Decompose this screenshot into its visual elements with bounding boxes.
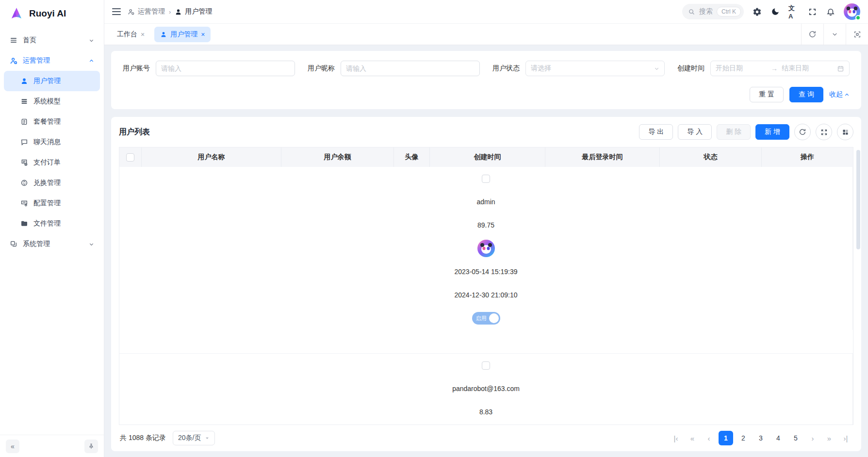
tab-tools	[801, 24, 868, 45]
sidebar-item-model[interactable]: 系统模型	[4, 91, 100, 112]
user-icon	[20, 77, 29, 85]
sidebar-item-label: 兑换管理	[33, 179, 94, 187]
tab-workbench[interactable]: 工作台 ×	[111, 27, 150, 42]
nickname-input[interactable]	[341, 61, 480, 76]
last-page-button[interactable]: ›|	[839, 431, 852, 445]
nickname-label: 用户昵称	[308, 64, 335, 73]
fullscreen-button[interactable]	[807, 6, 818, 17]
model-icon	[20, 98, 29, 106]
sidebar-item-label: 聊天消息	[33, 138, 94, 147]
sidebar-item-user[interactable]: 用户管理	[4, 71, 100, 91]
breadcrumb: 运营管理 › 用户管理	[128, 7, 212, 16]
row-checkbox[interactable]	[482, 175, 490, 183]
expand-table-button[interactable]	[816, 124, 832, 140]
sidebar-item-order[interactable]: 支付订单	[4, 152, 100, 173]
close-icon[interactable]: ×	[141, 31, 145, 38]
account-input[interactable]	[156, 61, 295, 76]
hamburger-menu-icon[interactable]	[112, 8, 121, 15]
sidebar-item-redeem[interactable]: 兑换管理	[4, 173, 100, 193]
page-number-5[interactable]: 5	[788, 431, 803, 445]
sidebar-item-package[interactable]: 套餐管理	[4, 112, 100, 132]
tab-user-management[interactable]: 用户管理 ×	[154, 27, 211, 42]
app-root: Ruoyi AI 首页 运营管理 用户管理	[0, 0, 868, 457]
dark-mode-button[interactable]	[770, 6, 781, 17]
sidebar-item-folder[interactable]: 文件管理	[4, 213, 100, 234]
content-fullscreen-button[interactable]	[846, 24, 868, 45]
sidebar-item-label: 文件管理	[33, 219, 94, 228]
sidebar-item-operations[interactable]: 运营管理	[4, 50, 100, 71]
user-name-cell: pandarobot@163.com	[119, 377, 853, 400]
select-all-checkbox[interactable]	[126, 153, 134, 162]
config-icon	[20, 199, 29, 208]
table-scrollbar[interactable]	[856, 150, 860, 422]
sidebar-item-config[interactable]: 配置管理	[4, 193, 100, 213]
page-size-select[interactable]: 20条/页	[173, 431, 215, 445]
user-avatar[interactable]	[844, 3, 860, 20]
collapse-filters-link[interactable]: 收起	[829, 90, 850, 99]
notifications-button[interactable]	[825, 6, 836, 17]
gear-icon	[753, 7, 762, 16]
date-range-picker[interactable]: 开始日期 → 结束日期	[710, 61, 850, 76]
table-row: admin89.752023-05-14 15:19:392024-12-30 …	[119, 167, 853, 354]
status-select[interactable]: 请选择	[525, 61, 665, 76]
reset-button[interactable]: 重 置	[750, 87, 784, 102]
table-row: pandarobot@163.com8.832023-10-17 15:07:0…	[119, 354, 853, 425]
column-header: 最后登录时间	[545, 147, 660, 167]
export-button[interactable]: 导 出	[639, 124, 673, 140]
tab-menu-button[interactable]	[823, 24, 846, 45]
delete-button[interactable]: 删 除	[717, 124, 751, 140]
search-shortcut: Ctrl K	[717, 7, 741, 16]
breadcrumb-separator: ›	[169, 8, 171, 16]
refresh-table-button[interactable]	[794, 124, 811, 140]
caret-down-icon	[205, 436, 210, 441]
chat-icon	[20, 138, 29, 147]
breadcrumb-item-users[interactable]: 用户管理	[175, 7, 212, 16]
sidebar-menu: 首页 运营管理 用户管理系统模型套餐管理聊天消息支付订单兑换管理配置管理文件管理	[0, 27, 104, 435]
column-settings-button[interactable]	[837, 124, 853, 140]
breadcrumb-item-operations[interactable]: 运营管理	[128, 7, 165, 16]
add-button[interactable]: 新 增	[755, 124, 789, 140]
user-name: pandarobot@163.com	[452, 385, 520, 392]
row-checkbox[interactable]	[482, 361, 490, 370]
bell-icon	[826, 7, 835, 16]
global-search[interactable]: 搜索 Ctrl K	[682, 4, 744, 19]
scrollbar-thumb[interactable]	[856, 150, 860, 249]
home-icon	[10, 36, 18, 45]
import-button[interactable]: 导 入	[678, 124, 712, 140]
sidebar-item-system[interactable]: 系统管理	[4, 234, 100, 254]
next-10-pages-button[interactable]: »	[822, 431, 836, 445]
package-icon	[20, 118, 29, 126]
pagination: |‹«‹12345›»›|	[669, 431, 852, 445]
brand-logo-icon	[9, 6, 24, 21]
sidebar-item-chat[interactable]: 聊天消息	[4, 132, 100, 152]
settings-button[interactable]	[752, 6, 762, 17]
refresh-icon	[799, 128, 806, 136]
actions-cell	[119, 330, 853, 353]
search-button[interactable]: 查 询	[789, 87, 823, 102]
page-number-2[interactable]: 2	[736, 431, 751, 445]
page-number-4[interactable]: 4	[771, 431, 786, 445]
page-number-3[interactable]: 3	[753, 431, 768, 445]
column-header: 头像	[394, 147, 430, 167]
filter-nickname: 用户昵称	[308, 61, 480, 76]
grid-icon	[842, 129, 849, 136]
sidebar-item-label: 运营管理	[23, 56, 84, 65]
toggle-knob	[489, 313, 499, 323]
refresh-tab-button[interactable]	[801, 24, 823, 45]
close-icon[interactable]: ×	[201, 31, 205, 38]
focus-icon	[853, 31, 861, 38]
language-button[interactable]: 文A	[788, 6, 799, 17]
user-balance-cell: 89.75	[119, 213, 853, 237]
status-toggle[interactable]: 启用	[472, 312, 500, 325]
pin-sidebar-button[interactable]	[84, 440, 98, 453]
first-page-button[interactable]: |‹	[669, 431, 683, 445]
prev-page-button[interactable]: ‹	[702, 431, 716, 445]
chevron-down-icon	[832, 31, 838, 37]
prev-10-pages-button[interactable]: «	[686, 431, 699, 445]
logo-row[interactable]: Ruoyi AI	[0, 0, 104, 27]
collapse-sidebar-button[interactable]: «	[6, 440, 19, 453]
sidebar-item-home[interactable]: 首页	[4, 30, 100, 50]
next-page-button[interactable]: ›	[806, 431, 819, 445]
created-time-cell: 2023-05-14 15:19:39	[119, 260, 853, 283]
page-number-1[interactable]: 1	[719, 431, 733, 445]
